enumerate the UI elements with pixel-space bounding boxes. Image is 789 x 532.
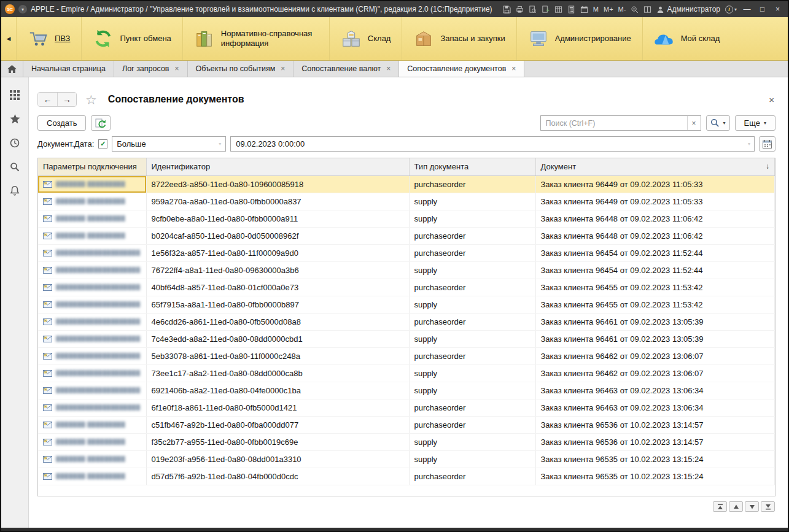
doc-type-cell[interactable]: supply <box>409 210 535 227</box>
connection-cell[interactable]: ███████ █████████ <box>38 450 146 468</box>
user-indicator[interactable]: Администратор <box>656 5 720 13</box>
memory-m-button[interactable]: M <box>593 6 599 13</box>
table-row[interactable]: ███████ █████████ b0204caf-a850-11ed-0a8… <box>38 227 775 244</box>
scroll-down-button[interactable] <box>745 501 759 512</box>
scroll-top-button[interactable] <box>713 501 727 512</box>
document-cell[interactable]: Заказ клиента 96461 от 09.02.2023 13:05:… <box>535 313 775 330</box>
condition-combo[interactable]: Больше ▾ <box>112 136 226 152</box>
forward-button[interactable]: → <box>57 93 76 106</box>
column-header-connection[interactable]: Параметры подключения <box>38 158 146 175</box>
identifier-cell[interactable]: 7c4e3edd-a8a2-11ed-0a80-08dd0000cbd1 <box>146 330 409 347</box>
section-pvz[interactable]: ПВЗ <box>16 17 81 60</box>
connection-cell[interactable]: ████████████████████ <box>38 330 146 347</box>
tab-document-matching[interactable]: Сопоставление документов × <box>399 61 524 77</box>
table-row[interactable]: ████████████████████ 73ee1c17-a8a2-11ed-… <box>38 364 775 382</box>
section-supplies-purchases[interactable]: Запасы и закупки <box>402 17 516 60</box>
tab-currency-matching[interactable]: Сопоставление валют × <box>293 61 399 77</box>
doc-type-cell[interactable]: purchaseorder <box>409 399 535 416</box>
minimize-button[interactable]: — <box>742 5 752 13</box>
tab-objects-by-events[interactable]: Объекты по событиям × <box>188 61 294 77</box>
table-row[interactable]: ███████ █████████ 019e203f-a956-11ed-0a8… <box>38 450 775 468</box>
column-header-document[interactable]: Документ ↓ <box>535 158 775 175</box>
more-button[interactable]: Еще ▾ <box>735 115 775 131</box>
identifier-cell[interactable]: f35c2b77-a955-11ed-0a80-0fbb0019c69e <box>146 433 409 450</box>
help-button[interactable]: i ▾ <box>725 6 737 13</box>
connection-cell[interactable]: ████████████████████ <box>38 296 146 313</box>
doc-type-cell[interactable]: purchaseorder <box>409 175 535 193</box>
refresh-list-button[interactable] <box>91 115 111 131</box>
connection-cell[interactable]: ███████ █████████ <box>38 468 146 485</box>
favorites-icon[interactable] <box>7 112 22 126</box>
doc-type-cell[interactable]: supply <box>409 261 535 279</box>
document-cell[interactable]: Заказ клиента 96454 от 09.02.2023 11:52:… <box>535 261 775 279</box>
memory-mplus-button[interactable]: M+ <box>604 6 613 13</box>
section-administration[interactable]: Администрирование <box>516 17 642 60</box>
identifier-cell[interactable]: b0204caf-a850-11ed-0a80-0d050008962f <box>146 227 409 244</box>
table-row[interactable]: ███████ █████████ d57d57f6-a92b-11ed-0a8… <box>38 468 775 485</box>
tab-start-page[interactable]: Начальная страница <box>23 61 114 77</box>
zoom-icon[interactable] <box>631 6 639 13</box>
document-cell[interactable]: Заказ клиента 96535 от 10.02.2023 13:15:… <box>535 450 775 468</box>
doc-type-cell[interactable]: supply <box>409 193 535 210</box>
document-cell[interactable]: Заказ клиента 96455 от 09.02.2023 11:53:… <box>535 279 775 296</box>
connection-cell[interactable]: ████████████████████ <box>38 382 146 399</box>
table-row[interactable]: ████████████████████ 5eb33078-a861-11ed-… <box>38 347 775 364</box>
identifier-cell[interactable]: c51fb467-a92b-11ed-0a80-0fba000dd077 <box>146 416 409 433</box>
doc-type-cell[interactable]: purchaseorder <box>409 468 535 485</box>
table-row[interactable]: ████████████████████ 40bf64d8-a857-11ed-… <box>38 279 775 296</box>
collapse-panel-button[interactable]: ◀ <box>1 17 16 60</box>
save-icon[interactable] <box>503 6 511 13</box>
section-reference-info[interactable]: Нормативно-справочная информация <box>182 17 329 60</box>
connection-cell[interactable]: ███████ █████████ <box>38 416 146 433</box>
column-header-identifier[interactable]: Идентификатор <box>146 158 409 175</box>
doc-type-cell[interactable]: purchaseorder <box>409 227 535 244</box>
date-field[interactable]: 09.02.2023 0:00:00 ▾ <box>230 136 755 152</box>
connection-cell[interactable]: ████████████████████ <box>38 261 146 279</box>
connection-cell[interactable]: ███████ █████████ <box>38 175 146 193</box>
create-button[interactable]: Создать <box>37 115 86 131</box>
doc-type-cell[interactable]: purchaseorder <box>409 347 535 364</box>
favorite-star-icon[interactable]: ☆ <box>85 93 97 106</box>
doc-type-cell[interactable]: supply <box>409 364 535 382</box>
identifier-cell[interactable]: 959a270a-a8a0-11ed-0a80-0fbb0000a837 <box>146 193 409 210</box>
document-cell[interactable]: Заказ клиента 96455 от 09.02.2023 11:53:… <box>535 296 775 313</box>
back-button[interactable]: ← <box>38 93 57 106</box>
document-cell[interactable]: Заказ клиента 96463 от 09.02.2023 13:06:… <box>535 399 775 416</box>
connection-cell[interactable]: ████████████████████ <box>38 313 146 330</box>
table-row[interactable]: ████████████████████ 7c4e3edd-a8a2-11ed-… <box>38 330 775 347</box>
calendar-button[interactable] <box>759 136 775 152</box>
table-row[interactable]: ████████████████████ 6f1e0f18-a861-11ed-… <box>38 399 775 416</box>
tab-close-icon[interactable]: × <box>386 64 391 73</box>
table-row[interactable]: ███████ █████████ 959a270a-a8a0-11ed-0a8… <box>38 193 775 210</box>
document-cell[interactable]: Заказ клиента 96449 от 09.02.2023 11:05:… <box>535 193 775 210</box>
identifier-cell[interactable]: 40bf64d8-a857-11ed-0a80-01cf000a0e73 <box>146 279 409 296</box>
tab-request-log[interactable]: Лог запросов × <box>114 61 188 77</box>
calculator-icon[interactable] <box>567 6 575 13</box>
export-icon[interactable] <box>542 6 550 13</box>
main-menu-chevron-icon[interactable]: ▾ <box>18 5 27 13</box>
date-dropdown-icon[interactable]: ▾ <box>744 141 754 147</box>
identifier-cell[interactable]: 9cfb0ebe-a8a0-11ed-0a80-0fbb0000a911 <box>146 210 409 227</box>
document-cell[interactable]: Заказ клиента 96454 от 09.02.2023 11:52:… <box>535 244 775 261</box>
identifier-cell[interactable]: d57d57f6-a92b-11ed-0a80-04fb000d0cdc <box>146 468 409 485</box>
document-cell[interactable]: Заказ клиента 96463 от 09.02.2023 13:06:… <box>535 382 775 399</box>
connection-cell[interactable]: ████████████████████ <box>38 347 146 364</box>
search-icon[interactable] <box>7 160 22 174</box>
identifier-cell[interactable]: 4e6cdd26-a861-11ed-0a80-0fb5000d08a8 <box>146 313 409 330</box>
connection-cell[interactable]: ███████ █████████ <box>38 210 146 227</box>
doc-type-cell[interactable]: supply <box>409 330 535 347</box>
table-row[interactable]: ███████ █████████ 8722eed3-a850-11ed-0a8… <box>38 175 775 193</box>
identifier-cell[interactable]: 65f7915a-a8a1-11ed-0a80-0fbb0000b897 <box>146 296 409 313</box>
identifier-cell[interactable]: 76722ff4-a8a1-11ed-0a80-09630000a3b6 <box>146 261 409 279</box>
notifications-icon[interactable] <box>7 184 22 198</box>
table-row[interactable]: ████████████████████ 4e6cdd26-a861-11ed-… <box>38 313 775 330</box>
doc-type-cell[interactable]: supply <box>409 433 535 450</box>
menu-grid-icon[interactable] <box>7 88 22 102</box>
print-preview-icon[interactable] <box>529 6 537 13</box>
doc-type-cell[interactable]: purchaseorder <box>409 416 535 433</box>
identifier-cell[interactable]: 6921406b-a8a2-11ed-0a80-04fe0000c1ba <box>146 382 409 399</box>
document-cell[interactable]: Заказ клиента 96535 от 10.02.2023 13:15:… <box>535 468 775 485</box>
table-row[interactable]: ███████ █████████ c51fb467-a92b-11ed-0a8… <box>38 416 775 433</box>
section-exchange-point[interactable]: Пункт обмена <box>81 17 182 60</box>
scroll-up-button[interactable] <box>729 501 743 512</box>
